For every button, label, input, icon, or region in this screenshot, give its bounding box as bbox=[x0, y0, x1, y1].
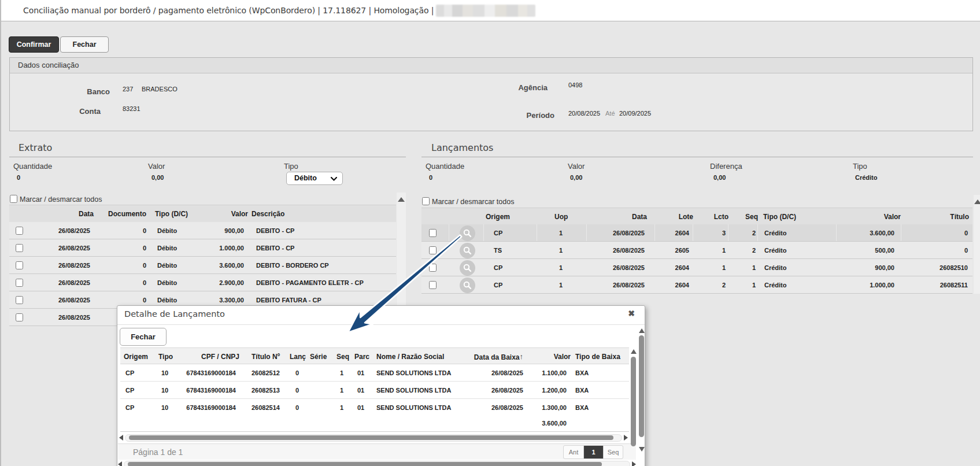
modal-col-seq[interactable]: Seq bbox=[326, 353, 349, 361]
modal-col-titulo-n[interactable]: Título Nº bbox=[252, 353, 280, 361]
confirm-button[interactable]: Confirmar bbox=[9, 36, 59, 53]
lancamentos-scrollbar[interactable] bbox=[974, 195, 980, 294]
extrato-cell-descricao: DEBITO - BORDERO CP bbox=[256, 262, 329, 269]
scroll-up-icon[interactable] bbox=[631, 349, 637, 354]
modal-table-row[interactable]: CP 10 67843169000184 26082514 0 1 01 SEN… bbox=[120, 399, 629, 416]
extrato-col-documento[interactable]: Documento bbox=[77, 210, 146, 218]
modal-table-row[interactable]: CP 10 67843169000184 26082512 0 1 01 SEN… bbox=[120, 364, 629, 382]
scroll-left-icon[interactable] bbox=[118, 461, 122, 466]
lancamentos-col-tipo[interactable]: Tipo (D/C) bbox=[763, 213, 796, 221]
extrato-table-row[interactable]: 26/08/2025 0 Débito 900,00 DEBITO - CP bbox=[9, 222, 396, 239]
modal-cell-origem: CP bbox=[125, 387, 134, 394]
pager: Ant 1 Seq bbox=[563, 445, 623, 459]
lancamentos-cell-origem: CP bbox=[494, 264, 502, 271]
pager-prev-button[interactable]: Ant bbox=[564, 446, 583, 458]
lancamentos-table-row[interactable]: CP 1 26/08/2025 2604 3 2 Crédito 3.600,0… bbox=[421, 224, 972, 242]
close-button[interactable]: Fechar bbox=[60, 36, 109, 53]
lancamentos-cell-seq: 2 bbox=[692, 247, 756, 254]
scroll-right-icon[interactable] bbox=[624, 435, 628, 441]
modal-outer-vscrollbar[interactable] bbox=[637, 327, 646, 452]
extrato-select-all-label: Marcar / desmarcar todos bbox=[20, 195, 102, 204]
modal-col-serie[interactable]: Série bbox=[310, 353, 327, 361]
modal-cell-origem: CP bbox=[125, 369, 134, 376]
lancamentos-table-row[interactable]: TS 1 26/08/2025 2605 1 2 Crédito 500,00 … bbox=[421, 242, 972, 259]
lancamentos-col-titulo[interactable]: Título bbox=[905, 213, 969, 221]
extrato-title: Extrato bbox=[19, 142, 52, 153]
lancamentos-col-uop[interactable]: Uop bbox=[554, 213, 568, 221]
extrato-scroll-up-icon[interactable] bbox=[398, 197, 405, 202]
lancamentos-cell-origem: TS bbox=[494, 247, 502, 254]
lancamentos-table-row[interactable]: CP 1 26/08/2025 2604 2 1 Crédito 1.000,0… bbox=[421, 276, 972, 294]
magnifier-icon[interactable] bbox=[460, 225, 475, 241]
modal-cell-tipo-baixa: BXA bbox=[575, 404, 589, 411]
modal-col-lanc[interactable]: Lanç bbox=[290, 353, 306, 361]
conta-label: Conta bbox=[43, 107, 101, 116]
modal-cell-lanc: 0 bbox=[295, 369, 299, 376]
dados-panel-title: Dados conciliação bbox=[10, 58, 972, 73]
extrato-valor-label: Valor bbox=[148, 162, 165, 171]
lancamentos-row-checkbox[interactable] bbox=[429, 264, 437, 272]
modal-cell-seq: 1 bbox=[320, 369, 343, 376]
extrato-cell-documento: 0 bbox=[77, 262, 146, 269]
extrato-tipo-select[interactable]: Débito bbox=[286, 172, 343, 185]
pager-current-page[interactable]: 1 bbox=[583, 446, 603, 458]
modal-col-parc[interactable]: Parc bbox=[354, 353, 369, 361]
lancamentos-table-row[interactable]: CP 1 26/08/2025 2604 1 1 Crédito 900,00 … bbox=[421, 259, 972, 276]
censored-user-info bbox=[436, 5, 535, 17]
modal-pagination-bar: Página 1 de 1 Ant 1 Seq bbox=[118, 443, 636, 460]
modal-cell-tipo: 10 bbox=[161, 404, 168, 411]
extrato-col-descricao[interactable]: Descrição bbox=[252, 210, 284, 218]
extrato-quantidade-value: 0 bbox=[17, 174, 20, 181]
lancamentos-col-origem[interactable]: Origem bbox=[486, 213, 510, 221]
pager-next-button[interactable]: Seq bbox=[603, 446, 623, 458]
lancamentos-cell-tipo: Crédito bbox=[764, 247, 787, 254]
lancamentos-cell-titulo: 0 bbox=[904, 230, 968, 236]
scroll-down-icon[interactable] bbox=[639, 447, 645, 452]
extrato-col-valor[interactable]: Valor bbox=[179, 210, 248, 218]
modal-col-cpf-cnpj[interactable]: CPF / CNPJ bbox=[176, 353, 239, 361]
modal-cell-cpf-cnpj: 67843169000184 bbox=[176, 404, 236, 411]
extrato-valor-value: 0,00 bbox=[151, 174, 164, 181]
modal-col-origem[interactable]: Origem bbox=[124, 353, 148, 361]
scroll-up-icon[interactable] bbox=[639, 328, 645, 333]
modal-cell-valor: 1.200,00 bbox=[509, 387, 567, 394]
modal-cell-valor: 1.100,00 bbox=[509, 369, 567, 376]
extrato-quantidade-label: Quantidade bbox=[13, 162, 52, 171]
extrato-cell-descricao: DEBITO - CP bbox=[256, 245, 294, 252]
modal-cell-titulo-n: 26082512 bbox=[252, 369, 280, 376]
lancamentos-quantidade-value: 0 bbox=[429, 174, 432, 181]
extrato-cell-descricao: DEBITO FATURA - CP bbox=[256, 297, 321, 304]
extrato-select-all-checkbox[interactable] bbox=[10, 195, 17, 203]
modal-table-row[interactable]: CP 10 67843169000184 26082513 0 1 01 SEN… bbox=[120, 382, 629, 399]
modal-col-tipo[interactable]: Tipo bbox=[158, 353, 173, 361]
modal-col-data-baixa[interactable]: Data da Baixa↑ bbox=[458, 353, 523, 361]
extrato-table-row[interactable]: 26/08/2025 0 Débito 2.900,00 DEBITO - PA… bbox=[9, 274, 396, 291]
modal-col-nome[interactable]: Nome / Razão Social bbox=[376, 353, 444, 361]
extrato-table-row[interactable]: 26/08/2025 0 Débito 3.600,00 DEBITO - BO… bbox=[9, 257, 396, 274]
lancamentos-row-checkbox[interactable] bbox=[429, 229, 437, 237]
modal-close-button[interactable]: Fechar bbox=[120, 328, 167, 346]
lancamentos-scroll-up-icon[interactable] bbox=[974, 199, 980, 204]
extrato-table-row[interactable]: 26/08/2025 0 Débito 1.000,00 DEBITO - CP bbox=[9, 239, 396, 257]
lancamentos-select-all-checkbox[interactable] bbox=[422, 197, 430, 205]
lancamentos-row-checkbox[interactable] bbox=[429, 281, 437, 289]
lancamentos-col-seq[interactable]: Seq bbox=[694, 213, 758, 221]
extrato-cell-descricao: DEBITO - PAGAMENTO ELETR - CP bbox=[256, 279, 364, 286]
modal-outer-hscrollbar[interactable] bbox=[118, 460, 636, 466]
banco-label: Banco bbox=[52, 87, 110, 96]
magnifier-icon[interactable] bbox=[460, 260, 475, 276]
chevron-down-icon bbox=[331, 177, 337, 181]
magnifier-icon[interactable] bbox=[460, 243, 475, 258]
modal-col-tipo-baixa[interactable]: Tipo de Baixa bbox=[575, 353, 620, 361]
scroll-right-icon[interactable] bbox=[632, 461, 636, 466]
modal-cell-valor: 1.300,00 bbox=[509, 404, 567, 411]
scroll-left-icon[interactable] bbox=[119, 435, 123, 441]
lancamentos-col-valor[interactable]: Valor bbox=[820, 213, 901, 221]
magnifier-icon[interactable] bbox=[460, 278, 475, 293]
extrato-cell-valor: 1.000,00 bbox=[175, 245, 244, 252]
lancamentos-row-checkbox[interactable] bbox=[429, 246, 437, 254]
banco-code-value: 237 bbox=[123, 86, 133, 93]
modal-col-valor[interactable]: Valor bbox=[524, 353, 571, 361]
modal-table-hscrollbar[interactable] bbox=[119, 433, 628, 442]
modal-close-icon[interactable]: ✖ bbox=[626, 309, 637, 319]
